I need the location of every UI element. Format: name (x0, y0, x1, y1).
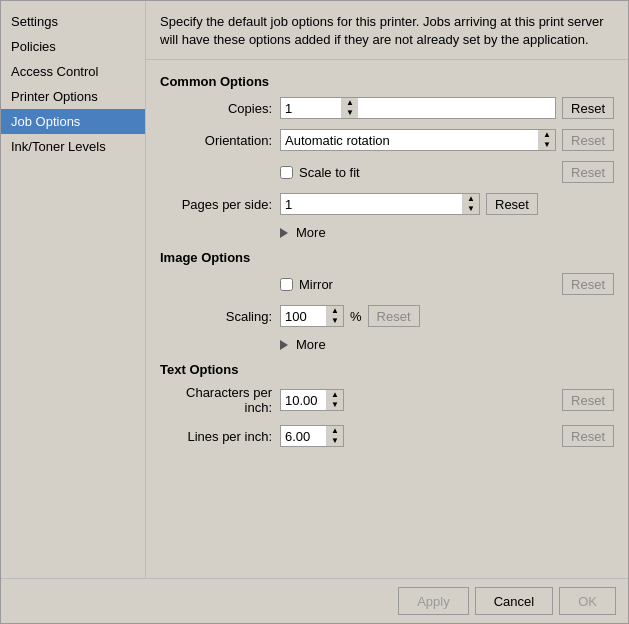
mirror-reset-button[interactable]: Reset (562, 273, 614, 295)
pages-per-side-spinner[interactable]: ▲ ▼ (280, 193, 480, 215)
scale-to-fit-control: Scale to fit Reset (280, 161, 614, 183)
scrollable-area[interactable]: Common Options Copies: 1 ▲ ▼ (146, 60, 628, 578)
scaling-control: ▲ ▼ % Reset (280, 305, 614, 327)
sidebar-item-job-options[interactable]: Job Options (1, 109, 145, 134)
mirror-checkbox[interactable] (280, 278, 293, 291)
mirror-row: Mirror Reset (160, 273, 614, 295)
common-more-triangle-icon (280, 228, 288, 238)
common-more-label: More (296, 225, 326, 240)
orientation-select[interactable]: Portrait Landscape Reverse Portrait Reve… (281, 130, 538, 150)
pages-per-side-label: Pages per side: (160, 197, 280, 212)
pages-down-button[interactable]: ▼ (463, 204, 479, 214)
lines-per-inch-spinner[interactable]: ▲ ▼ (280, 425, 344, 447)
scaling-label: Scaling: (160, 309, 280, 324)
scaling-down-button[interactable]: ▼ (327, 316, 343, 326)
description-text: Specify the default job options for this… (146, 1, 628, 60)
scaling-input[interactable] (281, 306, 326, 326)
copies-down-button[interactable]: ▼ (342, 108, 358, 118)
pages-per-side-row: Pages per side: ▲ ▼ Reset (160, 193, 614, 215)
sidebar-item-access-control[interactable]: Access Control (1, 59, 145, 84)
scale-to-fit-reset-button[interactable]: Reset (562, 161, 614, 183)
chars-spinner-buttons: ▲ ▼ (326, 390, 343, 410)
scaling-spinner-buttons: ▲ ▼ (326, 306, 343, 326)
copies-spinner-buttons: ▲ ▼ (341, 98, 358, 118)
sidebar: Settings Policies Access Control Printer… (1, 1, 146, 578)
scaling-up-button[interactable]: ▲ (327, 306, 343, 316)
scaling-row: Scaling: ▲ ▼ % Reset (160, 305, 614, 327)
dialog-body: Settings Policies Access Control Printer… (1, 1, 628, 578)
copies-spinner[interactable]: 1 ▲ ▼ (280, 97, 556, 119)
orientation-spinner-buttons: ▲ ▼ (538, 130, 555, 150)
chars-per-inch-spinner[interactable]: ▲ ▼ (280, 389, 344, 411)
scale-to-fit-label: Scale to fit (299, 165, 360, 180)
mirror-control: Mirror Reset (280, 273, 614, 295)
chars-per-inch-control: ▲ ▼ Reset (280, 389, 614, 411)
scaling-reset-button[interactable]: Reset (368, 305, 420, 327)
sidebar-item-policies[interactable]: Policies (1, 34, 145, 59)
copies-control: 1 ▲ ▼ Reset (280, 97, 614, 119)
chars-per-inch-row: Characters per inch: ▲ ▼ Reset (160, 385, 614, 415)
orientation-label: Orientation: (160, 133, 280, 148)
copies-reset-button[interactable]: Reset (562, 97, 614, 119)
cancel-button[interactable]: Cancel (475, 587, 553, 615)
common-more-row[interactable]: More (160, 225, 614, 240)
text-options-header: Text Options (160, 362, 614, 377)
image-more-row[interactable]: More (160, 337, 614, 352)
lines-per-inch-label: Lines per inch: (160, 429, 280, 444)
lines-spinner-buttons: ▲ ▼ (326, 426, 343, 446)
lines-per-inch-row: Lines per inch: ▲ ▼ Reset (160, 425, 614, 447)
chars-per-inch-reset-button[interactable]: Reset (562, 389, 614, 411)
copies-up-button[interactable]: ▲ (342, 98, 358, 108)
chars-down-button[interactable]: ▼ (327, 400, 343, 410)
pages-spinner-buttons: ▲ ▼ (462, 194, 479, 214)
copies-label: Copies: (160, 101, 280, 116)
pages-up-button[interactable]: ▲ (463, 194, 479, 204)
mirror-label: Mirror (299, 277, 333, 292)
image-options-header: Image Options (160, 250, 614, 265)
lines-up-button[interactable]: ▲ (327, 426, 343, 436)
pages-per-side-reset-button[interactable]: Reset (486, 193, 538, 215)
pages-per-side-control: ▲ ▼ Reset (280, 193, 614, 215)
ok-button[interactable]: OK (559, 587, 616, 615)
copies-row: Copies: 1 ▲ ▼ Reset (160, 97, 614, 119)
lines-per-inch-control: ▲ ▼ Reset (280, 425, 614, 447)
main-content: Specify the default job options for this… (146, 1, 628, 578)
dialog: Settings Policies Access Control Printer… (0, 0, 629, 624)
orientation-reset-button[interactable]: Reset (562, 129, 614, 151)
scaling-unit: % (350, 309, 362, 324)
apply-button[interactable]: Apply (398, 587, 469, 615)
scale-to-fit-row: Scale to fit Reset (160, 161, 614, 183)
orientation-down-button[interactable]: ▼ (539, 140, 555, 150)
chars-per-inch-input[interactable] (281, 390, 326, 410)
orientation-up-button[interactable]: ▲ (539, 130, 555, 140)
sidebar-item-settings[interactable]: Settings (1, 9, 145, 34)
image-more-label: More (296, 337, 326, 352)
scale-to-fit-checkbox[interactable] (280, 166, 293, 179)
pages-per-side-input[interactable] (281, 194, 462, 214)
common-options-header: Common Options (160, 74, 614, 89)
orientation-row: Orientation: Portrait Landscape Reverse … (160, 129, 614, 151)
orientation-control: Portrait Landscape Reverse Portrait Reve… (280, 129, 614, 151)
dialog-footer: Apply Cancel OK (1, 578, 628, 623)
copies-input[interactable]: 1 (281, 98, 341, 118)
sidebar-item-printer-options[interactable]: Printer Options (1, 84, 145, 109)
lines-down-button[interactable]: ▼ (327, 436, 343, 446)
orientation-select-wrapper[interactable]: Portrait Landscape Reverse Portrait Reve… (280, 129, 556, 151)
lines-per-inch-input[interactable] (281, 426, 326, 446)
image-more-triangle-icon (280, 340, 288, 350)
sidebar-item-ink-toner[interactable]: Ink/Toner Levels (1, 134, 145, 159)
lines-per-inch-reset-button[interactable]: Reset (562, 425, 614, 447)
chars-per-inch-label: Characters per inch: (160, 385, 280, 415)
chars-up-button[interactable]: ▲ (327, 390, 343, 400)
scaling-spinner[interactable]: ▲ ▼ (280, 305, 344, 327)
